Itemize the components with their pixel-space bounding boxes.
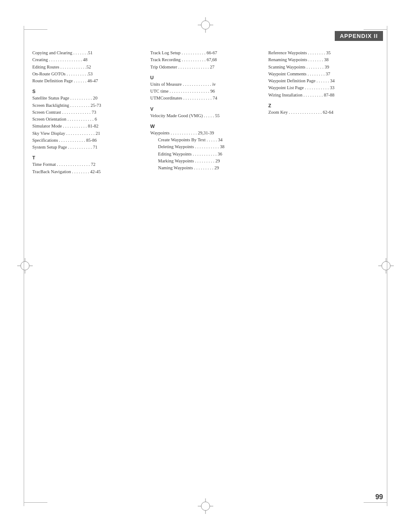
- appendix-header: APPENDIX II: [335, 31, 383, 41]
- column-3: Reference Waypoints . . . . . . . . 35 R…: [268, 50, 381, 175]
- entry-units-measure: Units of Measure . . . . . . . . . . . .…: [150, 81, 264, 88]
- svg-point-0: [201, 21, 210, 29]
- column-1: Copying and Clearing . . . . . . .51 Cre…: [32, 50, 150, 175]
- entry-tracback: TracBack Navigation . . . . . . . . 42-4…: [32, 168, 146, 175]
- hline-top-left: [24, 29, 47, 30]
- page-number: 99: [375, 493, 383, 501]
- columns-container: Copying and Clearing . . . . . . .51 Cre…: [32, 50, 381, 175]
- entry-marking-waypoints: Marking Waypoints . . . . . . . . . 29: [150, 158, 264, 165]
- entry-track-recording: Track Recording . . . . . . . . . . . 67…: [150, 56, 264, 63]
- entry-creating: Creating . . . . . . . . . . . . . . . 4…: [32, 56, 146, 63]
- entry-renaming-waypoints: Renaming Waypoints . . . . . . . 38: [268, 56, 377, 63]
- crosshair-left: [17, 258, 33, 274]
- entry-route-def-page: Route Definition Page . . . . . . 46-47: [32, 78, 146, 84]
- entry-vmg: Velocity Made Good (VMG) . . . . . 55: [150, 112, 264, 119]
- entry-utc-time: UTC time . . . . . . . . . . . . . . . .…: [150, 88, 264, 95]
- entry-naming-waypoints: Naming Waypoints . . . . . . . . . 29: [150, 165, 264, 171]
- entry-copying: Copying and Clearing . . . . . . .51: [32, 50, 146, 56]
- entry-track-log: Track Log Setup . . . . . . . . . . . 66…: [150, 50, 264, 56]
- crosshair-right: [378, 258, 394, 274]
- section-z-header: Z: [268, 103, 377, 108]
- section-v-header: V: [150, 106, 264, 112]
- entry-trip-odometer: Trip Odometer . . . . . . . . . . . . . …: [150, 64, 264, 71]
- entry-screen-orientation: Screen Orientation . . . . . . . . . . .…: [32, 116, 146, 123]
- entry-zoom-key: Zoom Key . . . . . . . . . . . . . . . 6…: [268, 109, 377, 116]
- entry-waypoints: Waypoints . . . . . . . . . . . . 29,31-…: [150, 130, 264, 137]
- hline-bottom-left: [24, 502, 47, 503]
- page: APPENDIX II 99 Copying and Clearing . . …: [0, 0, 411, 532]
- entry-utm-coordinates: UTMCoordinates . . . . . . . . . . . . .…: [150, 95, 264, 102]
- section-w-header: W: [150, 124, 264, 129]
- svg-point-15: [382, 261, 390, 270]
- entry-scanning-waypoints: Scanning Waypoints . . . . . . . . 39: [268, 64, 377, 71]
- content: Copying and Clearing . . . . . . .51 Cre…: [32, 50, 381, 175]
- hline-bottom-right: [364, 502, 387, 503]
- svg-point-5: [201, 502, 210, 510]
- entry-satellite-status: Satellite Status Page . . . . . . . . . …: [32, 95, 146, 102]
- entry-time-format: Time Format . . . . . . . . . . . . . . …: [32, 161, 146, 168]
- entry-system-setup: System Setup Page . . . . . . . . . . . …: [32, 144, 146, 151]
- column-2: Track Log Setup . . . . . . . . . . . 66…: [150, 50, 268, 175]
- entry-simulator-mode: Simulator Mode . . . . . . . . . . . 81-…: [32, 123, 146, 130]
- entry-screen-contrast: Screen Contrast . . . . . . . . . . . . …: [32, 109, 146, 116]
- entry-editing-waypoints: Editing Waypoints . . . . . . . . . . . …: [150, 151, 264, 158]
- entry-waypoint-comments: Waypoint Comments . . . . . . . . 37: [268, 71, 377, 78]
- entry-onroute-gotos: On-Route GOTOs . . . . . . . . . .53: [32, 71, 146, 78]
- entry-deleting-waypoints: Deleting Waypoints . . . . . . . . . . .…: [150, 143, 264, 150]
- crosshair-bottom: [198, 498, 213, 515]
- entry-screen-backlighting: Screen Backlighting . . . . . . . . . 25…: [32, 102, 146, 109]
- entry-sky-view: Sky View Display . . . . . . . . . . . .…: [32, 130, 146, 137]
- hline-top-right: [364, 29, 387, 30]
- entry-waypoint-def-page: Waypoint Definition Page . . . . . . 34: [268, 78, 377, 84]
- entry-waypoint-list-page: Waypoint List Page . . . . . . . . . . .…: [268, 84, 377, 91]
- crosshair-top: [198, 17, 213, 34]
- entry-specifications: Specifications . . . . . . . . . . . . 8…: [32, 137, 146, 144]
- entry-editing-routes: Editing Routes . . . . . . . . . . . .52: [32, 64, 146, 71]
- section-u-header: U: [150, 75, 264, 80]
- svg-point-10: [21, 261, 29, 270]
- entry-create-waypoints: Create Waypoints By Text . . . . . 34: [150, 137, 264, 143]
- section-s-header: S: [32, 89, 146, 94]
- entry-reference-waypoints: Reference Waypoints . . . . . . . . 35: [268, 50, 377, 56]
- entry-wiring-installation: Wiring Installation . . . . . . . . . 87…: [268, 92, 377, 99]
- section-t-header: T: [32, 155, 146, 160]
